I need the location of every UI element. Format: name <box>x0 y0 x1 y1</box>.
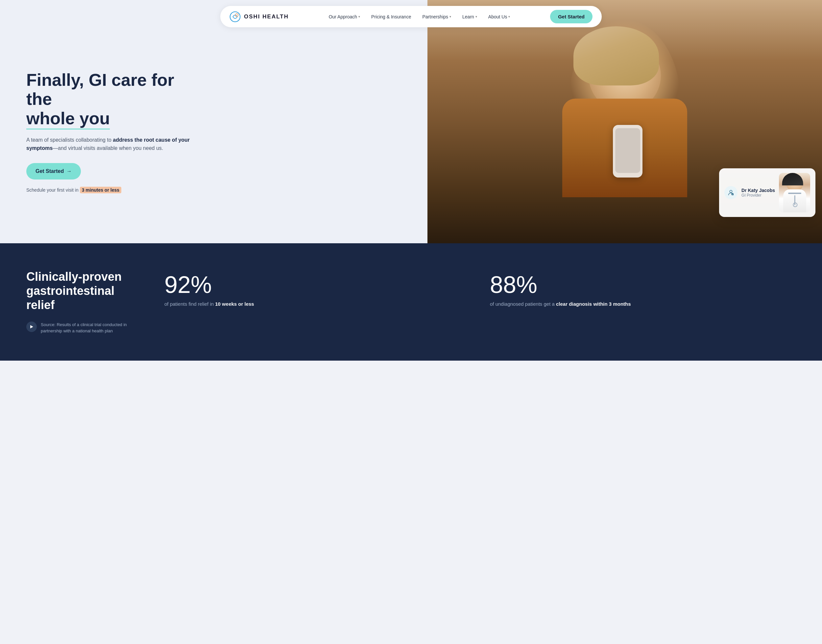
stat-number-2: 88% <box>490 273 796 296</box>
doctor-icon <box>724 186 738 199</box>
stat-desc-1: of patients find relief in 10 weeks or l… <box>164 301 470 308</box>
chevron-down-icon: ▾ <box>358 15 360 18</box>
logo-text: OSHI HEALTH <box>244 14 289 20</box>
nav-our-approach[interactable]: Our Approach ▾ <box>324 12 365 22</box>
stats-title: Clinically-proven gastrointestinal relie… <box>26 270 145 312</box>
logo[interactable]: OSHI HEALTH <box>230 11 289 22</box>
doctor-role: GI Provider <box>741 193 775 198</box>
stats-right: 92% of patients find relief in 10 weeks … <box>164 270 796 308</box>
doctor-name: Dr Katy Jacobs <box>741 188 775 193</box>
nav-get-started-button[interactable]: Get Started <box>550 10 592 23</box>
stat-number-1: 92% <box>164 273 470 296</box>
doctor-card: Dr Katy Jacobs GI Provider <box>719 168 816 217</box>
hero-subtitle: A team of specialists collaborating to a… <box>26 136 197 153</box>
chevron-down-icon-4: ▾ <box>508 15 510 18</box>
chevron-down-icon-3: ▾ <box>475 15 477 18</box>
stats-left: Clinically-proven gastrointestinal relie… <box>26 270 145 334</box>
hero-title: Finally, GI care for the whole you <box>26 71 197 128</box>
nav-links: Our Approach ▾ Pricing & Insurance Partn… <box>324 12 515 22</box>
source-icon <box>26 322 37 332</box>
svg-point-2 <box>730 190 732 193</box>
nav-about[interactable]: About Us ▾ <box>484 12 515 22</box>
stat-item-2: 88% of undiagnosed patients get a clear … <box>490 273 796 308</box>
stats-source: Source: Results of a clinical trial cond… <box>26 322 145 334</box>
nav-learn[interactable]: Learn ▾ <box>458 12 482 22</box>
hero-get-started-button[interactable]: Get Started → <box>26 163 81 179</box>
logo-icon <box>230 11 241 22</box>
chevron-down-icon-2: ▾ <box>449 15 451 18</box>
stat-desc-2: of undiagnosed patients get a clear diag… <box>490 301 796 308</box>
stats-source-text: Source: Results of a clinical trial cond… <box>41 322 145 334</box>
nav-partnerships[interactable]: Partnerships ▾ <box>417 12 456 22</box>
doctor-info: Dr Katy Jacobs GI Provider <box>741 188 775 198</box>
hero-content: Finally, GI care for the whole you A tea… <box>26 71 197 193</box>
arrow-icon: → <box>66 168 72 174</box>
hero-section: Finally, GI care for the whole you A tea… <box>0 0 822 243</box>
hero-right-panel: Dr Katy Jacobs GI Provider <box>428 0 822 243</box>
hero-schedule-text: Schedule your first visit in 3 minutes o… <box>26 187 197 193</box>
nav-pricing[interactable]: Pricing & Insurance <box>367 12 416 22</box>
stats-section: Clinically-proven gastrointestinal relie… <box>0 243 822 360</box>
svg-marker-6 <box>30 325 33 328</box>
hero-left-panel: Finally, GI care for the whole you A tea… <box>0 0 428 243</box>
stat-item-1: 92% of patients find relief in 10 weeks … <box>164 273 470 308</box>
svg-point-0 <box>230 12 240 22</box>
